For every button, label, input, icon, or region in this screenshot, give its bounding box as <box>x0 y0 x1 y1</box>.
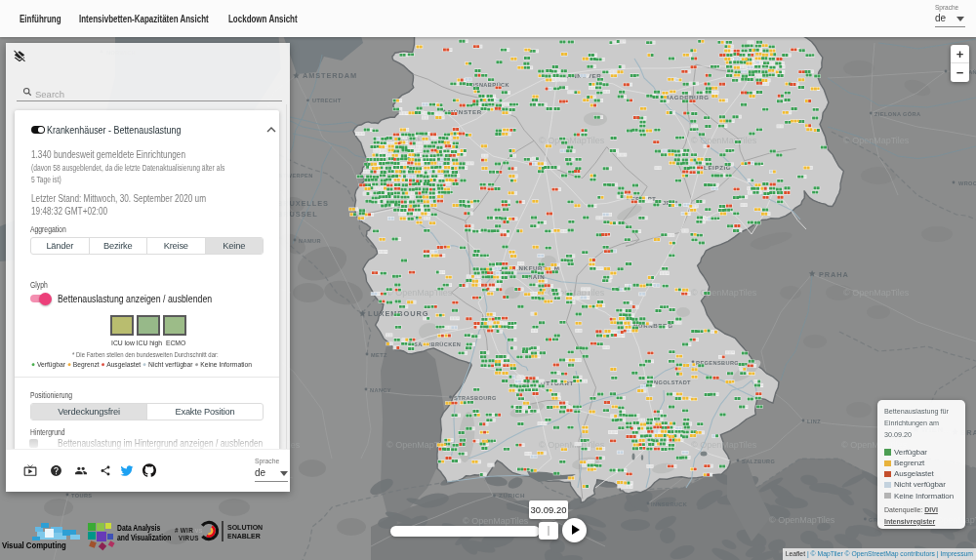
svg-text:INGOLSTADT: INGOLSTADT <box>652 380 691 385</box>
svg-text:© OpenMapTiles: © OpenMapTiles <box>691 136 757 145</box>
svg-text:WROCŁAW: WROCŁAW <box>958 180 976 186</box>
svg-text:PRAHA: PRAHA <box>819 270 849 279</box>
svg-text:NAMUR: NAMUR <box>299 238 321 244</box>
svg-text:SAARBRÜCKEN: SAARBRÜCKEN <box>414 341 461 347</box>
svg-text:ZIELONA GÓRA: ZIELONA GÓRA <box>874 110 920 117</box>
svg-text:© OpenMapTiles: © OpenMapTiles <box>691 288 757 298</box>
svg-text:STRASBOURG: STRASBOURG <box>454 395 497 401</box>
svg-text:ENABLER: ENABLER <box>227 533 261 540</box>
svg-text:SOLUTION: SOLUTION <box>227 524 263 531</box>
svg-text:VIRUS: VIRUS <box>179 535 199 541</box>
svg-text:INNSBRUCK: INNSBRUCK <box>651 501 687 507</box>
svg-text:AMSTERDAM: AMSTERDAM <box>303 71 357 80</box>
svg-text:Visual Computing: Visual Computing <box>2 541 66 550</box>
svg-text:© OpenMapTiles: © OpenMapTiles <box>463 516 529 526</box>
svg-text:© OpenMapTiles: © OpenMapTiles <box>843 136 910 145</box>
svg-text:METZ: METZ <box>371 352 387 358</box>
svg-text:© OpenMapTiles: © OpenMapTiles <box>843 288 910 298</box>
svg-text:ZÜRICH: ZÜRICH <box>499 492 525 499</box>
svg-text:NANCY: NANCY <box>370 387 391 393</box>
svg-text:LINZ: LINZ <box>807 419 821 424</box>
svg-text:Data Analysis: Data Analysis <box>117 523 160 533</box>
svg-text:SALZBURG: SALZBURG <box>742 459 775 464</box>
svg-text:and Visualization: and Visualization <box>117 533 172 542</box>
svg-text:© OpenMapTiles: © OpenMapTiles <box>539 440 605 450</box>
svg-text:UTRECHT: UTRECHT <box>312 98 342 103</box>
svg-text:# WIR VS: # WIR VS <box>175 527 203 534</box>
svg-text:© OpenMapTiles: © OpenMapTiles <box>769 515 835 525</box>
svg-text:© OpenMapTiles: © OpenMapTiles <box>539 136 605 145</box>
svg-text:© OpenMapTiles: © OpenMapTiles <box>691 440 757 450</box>
